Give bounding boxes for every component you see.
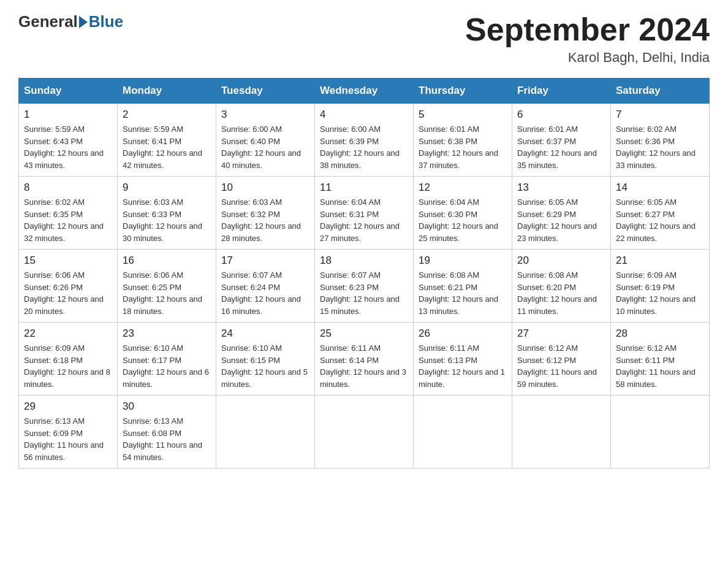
calendar-cell: 28Sunrise: 6:12 AMSunset: 6:11 PMDayligh…: [611, 323, 710, 396]
day-info: Sunrise: 6:13 AMSunset: 6:08 PMDaylight:…: [123, 415, 211, 463]
day-info: Sunrise: 6:00 AMSunset: 6:40 PMDaylight:…: [221, 123, 309, 171]
calendar-cell: 27Sunrise: 6:12 AMSunset: 6:12 PMDayligh…: [512, 323, 611, 396]
day-info: Sunrise: 6:01 AMSunset: 6:38 PMDaylight:…: [419, 123, 507, 171]
calendar-week-row: 1Sunrise: 5:59 AMSunset: 6:43 PMDaylight…: [19, 104, 710, 177]
day-info: Sunrise: 6:00 AMSunset: 6:39 PMDaylight:…: [320, 123, 408, 171]
calendar-cell: 25Sunrise: 6:11 AMSunset: 6:14 PMDayligh…: [315, 323, 414, 396]
day-number: 26: [419, 327, 507, 340]
weekday-header-friday: Friday: [512, 79, 611, 104]
day-info: Sunrise: 6:08 AMSunset: 6:21 PMDaylight:…: [419, 269, 507, 317]
calendar-cell: 14Sunrise: 6:05 AMSunset: 6:27 PMDayligh…: [611, 177, 710, 250]
logo-arrow-icon: [79, 16, 88, 28]
weekday-header-sunday: Sunday: [19, 79, 118, 104]
calendar-cell: 19Sunrise: 6:08 AMSunset: 6:21 PMDayligh…: [414, 250, 512, 323]
logo-general-text: General: [18, 12, 78, 31]
day-info: Sunrise: 6:12 AMSunset: 6:11 PMDaylight:…: [616, 342, 704, 390]
day-number: 5: [419, 109, 507, 121]
day-info: Sunrise: 6:08 AMSunset: 6:20 PMDaylight:…: [517, 269, 605, 317]
day-number: 12: [419, 182, 507, 194]
day-info: Sunrise: 6:11 AMSunset: 6:14 PMDaylight:…: [320, 342, 408, 390]
day-info: Sunrise: 6:03 AMSunset: 6:32 PMDaylight:…: [221, 196, 309, 244]
day-number: 13: [517, 182, 605, 194]
calendar-cell: [315, 396, 414, 469]
day-info: Sunrise: 6:05 AMSunset: 6:27 PMDaylight:…: [616, 196, 704, 244]
day-number: 1: [24, 109, 112, 121]
calendar-cell: 6Sunrise: 6:01 AMSunset: 6:37 PMDaylight…: [512, 104, 611, 177]
calendar-cell: [512, 396, 611, 469]
day-info: Sunrise: 6:12 AMSunset: 6:12 PMDaylight:…: [517, 342, 605, 390]
day-info: Sunrise: 6:02 AMSunset: 6:36 PMDaylight:…: [616, 123, 704, 171]
calendar-week-row: 29Sunrise: 6:13 AMSunset: 6:09 PMDayligh…: [19, 396, 710, 469]
day-info: Sunrise: 6:10 AMSunset: 6:15 PMDaylight:…: [221, 342, 309, 390]
day-number: 11: [320, 182, 408, 194]
day-number: 9: [123, 182, 211, 194]
day-info: Sunrise: 6:06 AMSunset: 6:25 PMDaylight:…: [123, 269, 211, 317]
day-number: 18: [320, 255, 408, 267]
day-info: Sunrise: 6:13 AMSunset: 6:09 PMDaylight:…: [24, 415, 112, 463]
day-info: Sunrise: 6:04 AMSunset: 6:31 PMDaylight:…: [320, 196, 408, 244]
weekday-header-monday: Monday: [118, 79, 216, 104]
calendar-cell: 16Sunrise: 6:06 AMSunset: 6:25 PMDayligh…: [118, 250, 216, 323]
day-number: 28: [616, 327, 704, 340]
calendar-cell: 8Sunrise: 6:02 AMSunset: 6:35 PMDaylight…: [19, 177, 118, 250]
day-number: 27: [517, 327, 605, 340]
calendar-cell: [414, 396, 512, 469]
day-number: 8: [24, 182, 112, 194]
calendar-cell: 26Sunrise: 6:11 AMSunset: 6:13 PMDayligh…: [414, 323, 512, 396]
day-number: 2: [123, 109, 211, 121]
day-number: 16: [123, 255, 211, 267]
weekday-header-row: SundayMondayTuesdayWednesdayThursdayFrid…: [19, 79, 710, 104]
calendar-cell: 15Sunrise: 6:06 AMSunset: 6:26 PMDayligh…: [19, 250, 118, 323]
day-number: 25: [320, 327, 408, 340]
location: Karol Bagh, Delhi, India: [465, 50, 710, 66]
weekday-header-wednesday: Wednesday: [315, 79, 414, 104]
weekday-header-saturday: Saturday: [611, 79, 710, 104]
day-info: Sunrise: 6:03 AMSunset: 6:33 PMDaylight:…: [123, 196, 211, 244]
calendar-cell: 4Sunrise: 6:00 AMSunset: 6:39 PMDaylight…: [315, 104, 414, 177]
day-number: 10: [221, 182, 309, 194]
month-title: September 2024: [465, 12, 710, 47]
calendar-cell: 21Sunrise: 6:09 AMSunset: 6:19 PMDayligh…: [611, 250, 710, 323]
calendar-cell: 7Sunrise: 6:02 AMSunset: 6:36 PMDaylight…: [611, 104, 710, 177]
calendar-cell: 2Sunrise: 5:59 AMSunset: 6:41 PMDaylight…: [118, 104, 216, 177]
day-info: Sunrise: 5:59 AMSunset: 6:41 PMDaylight:…: [123, 123, 211, 171]
weekday-header-tuesday: Tuesday: [216, 79, 315, 104]
day-number: 15: [24, 255, 112, 267]
day-number: 24: [221, 327, 309, 340]
day-number: 3: [221, 109, 309, 121]
logo-blue-text: Blue: [89, 12, 123, 31]
day-info: Sunrise: 6:02 AMSunset: 6:35 PMDaylight:…: [24, 196, 112, 244]
day-number: 17: [221, 255, 309, 267]
calendar-cell: 5Sunrise: 6:01 AMSunset: 6:38 PMDaylight…: [414, 104, 512, 177]
day-info: Sunrise: 6:06 AMSunset: 6:26 PMDaylight:…: [24, 269, 112, 317]
day-number: 14: [616, 182, 704, 194]
day-number: 20: [517, 255, 605, 267]
logo: General Blue: [18, 12, 123, 31]
calendar-cell: 17Sunrise: 6:07 AMSunset: 6:24 PMDayligh…: [216, 250, 315, 323]
day-number: 19: [419, 255, 507, 267]
day-info: Sunrise: 6:11 AMSunset: 6:13 PMDaylight:…: [419, 342, 507, 390]
calendar-week-row: 8Sunrise: 6:02 AMSunset: 6:35 PMDaylight…: [19, 177, 710, 250]
calendar-week-row: 15Sunrise: 6:06 AMSunset: 6:26 PMDayligh…: [19, 250, 710, 323]
calendar-cell: 9Sunrise: 6:03 AMSunset: 6:33 PMDaylight…: [118, 177, 216, 250]
day-info: Sunrise: 6:05 AMSunset: 6:29 PMDaylight:…: [517, 196, 605, 244]
calendar-cell: 18Sunrise: 6:07 AMSunset: 6:23 PMDayligh…: [315, 250, 414, 323]
day-number: 6: [517, 109, 605, 121]
calendar-week-row: 22Sunrise: 6:09 AMSunset: 6:18 PMDayligh…: [19, 323, 710, 396]
calendar-table: SundayMondayTuesdayWednesdayThursdayFrid…: [18, 78, 710, 469]
calendar-cell: 22Sunrise: 6:09 AMSunset: 6:18 PMDayligh…: [19, 323, 118, 396]
calendar-cell: 10Sunrise: 6:03 AMSunset: 6:32 PMDayligh…: [216, 177, 315, 250]
day-info: Sunrise: 6:01 AMSunset: 6:37 PMDaylight:…: [517, 123, 605, 171]
day-number: 29: [24, 400, 112, 413]
calendar-cell: 1Sunrise: 5:59 AMSunset: 6:43 PMDaylight…: [19, 104, 118, 177]
calendar-cell: 23Sunrise: 6:10 AMSunset: 6:17 PMDayligh…: [118, 323, 216, 396]
day-info: Sunrise: 6:09 AMSunset: 6:19 PMDaylight:…: [616, 269, 704, 317]
day-number: 22: [24, 327, 112, 340]
day-info: Sunrise: 6:09 AMSunset: 6:18 PMDaylight:…: [24, 342, 112, 390]
day-number: 21: [616, 255, 704, 267]
day-info: Sunrise: 6:10 AMSunset: 6:17 PMDaylight:…: [123, 342, 211, 390]
day-info: Sunrise: 6:07 AMSunset: 6:23 PMDaylight:…: [320, 269, 408, 317]
calendar-cell: [611, 396, 710, 469]
day-number: 7: [616, 109, 704, 121]
day-number: 4: [320, 109, 408, 121]
